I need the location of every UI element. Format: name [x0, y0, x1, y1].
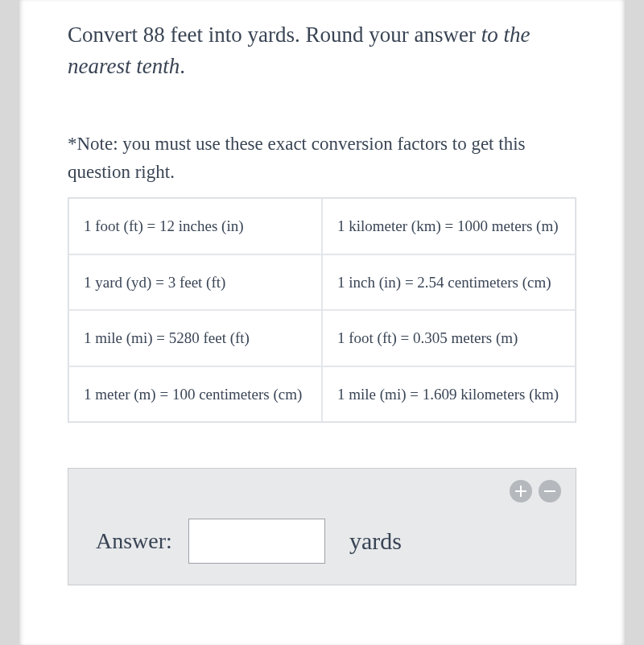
conversion-table: 1 foot (ft) = 12 inches (in) 1 kilometer… — [68, 197, 576, 423]
minus-icon — [544, 486, 555, 497]
answer-line: Answer: yards — [96, 519, 558, 564]
conv-cell: 1 yard (yd) = 3 feet (ft) — [68, 254, 322, 311]
plus-icon — [515, 486, 526, 497]
answer-unit: yards — [349, 527, 402, 555]
conv-cell: 1 foot (ft) = 12 inches (in) — [68, 198, 322, 254]
conv-cell: 1 foot (ft) = 0.305 meters (m) — [322, 310, 576, 366]
conv-cell: 1 mile (mi) = 5280 feet (ft) — [68, 310, 322, 366]
conv-cell: 1 meter (m) = 100 centimeters (cm) — [68, 366, 322, 423]
answer-input[interactable] — [188, 519, 325, 564]
note-text: *Note: you must use these exact conversi… — [68, 130, 576, 186]
table-row: 1 meter (m) = 100 centimeters (cm) 1 mil… — [68, 366, 576, 423]
answer-panel: Answer: yards — [68, 468, 576, 585]
remove-button[interactable] — [539, 480, 561, 502]
answer-label: Answer: — [96, 528, 172, 554]
page-card: Convert 88 feet into yards. Round your a… — [19, 0, 625, 645]
table-row: 1 mile (mi) = 5280 feet (ft) 1 foot (ft)… — [68, 310, 576, 366]
table-row: 1 yard (yd) = 3 feet (ft) 1 inch (in) = … — [68, 254, 576, 311]
question-text: Convert 88 feet into yards. Round your a… — [68, 19, 576, 82]
table-row: 1 foot (ft) = 12 inches (in) 1 kilometer… — [68, 198, 576, 254]
conv-cell: 1 mile (mi) = 1.609 kilometers (km) — [322, 366, 576, 423]
conv-cell: 1 kilometer (km) = 1000 meters (m) — [322, 198, 576, 254]
conv-cell: 1 inch (in) = 2.54 centimeters (cm) — [322, 254, 576, 311]
question-suffix: . — [180, 54, 185, 78]
add-button[interactable] — [510, 480, 532, 502]
plus-minus-controls — [510, 480, 561, 502]
question-prefix: Convert 88 feet into yards. Round your a… — [68, 23, 481, 47]
